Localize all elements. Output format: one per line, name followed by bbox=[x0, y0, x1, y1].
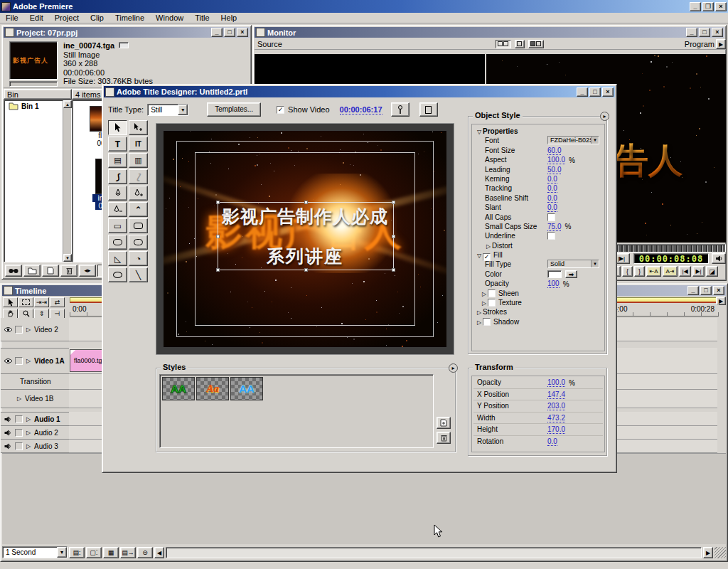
track-header-video1b[interactable]: ▷ Video 1B bbox=[1, 390, 69, 408]
program-menu-arrow-icon[interactable]: ▶ bbox=[716, 39, 726, 49]
loop-button[interactable]: ◪ bbox=[706, 266, 718, 277]
pen-tool[interactable] bbox=[108, 186, 127, 201]
shadow-collapse-icon[interactable]: ▷ bbox=[476, 319, 483, 326]
track-options-button[interactable]: ▦ bbox=[103, 547, 119, 558]
rectangle-tool[interactable]: ▭ bbox=[108, 218, 127, 233]
menu-title[interactable]: Title bbox=[189, 13, 215, 23]
selection-handle[interactable] bbox=[216, 268, 220, 272]
baseline-shift-value[interactable]: 0.0 bbox=[547, 194, 557, 203]
project-preview-thumbnail[interactable]: 影视广告人 bbox=[9, 41, 58, 80]
app-close-button[interactable]: × bbox=[715, 2, 727, 11]
track-lock-toggle[interactable] bbox=[15, 326, 23, 334]
track-header-audio2[interactable]: ▷ Audio 2 bbox=[1, 426, 69, 440]
y-position-value[interactable]: 203.0 bbox=[547, 402, 565, 410]
goto-in-button[interactable]: ⇤A bbox=[646, 266, 661, 277]
aspect-value[interactable]: 100.0 bbox=[547, 156, 565, 164]
track-header-audio3[interactable]: ▷ Audio 3 bbox=[1, 440, 69, 453]
next-frame-button[interactable]: ▶| bbox=[692, 266, 705, 277]
monitor-titlebar[interactable]: Monitor _ □ × bbox=[255, 27, 724, 38]
ripple-edit-tool[interactable]: ⇄ bbox=[50, 297, 65, 307]
transform-opacity-value[interactable]: 100.0 bbox=[547, 378, 565, 387]
arc-tool[interactable]: ◔ bbox=[129, 251, 148, 266]
track-header-video1a[interactable]: ▷ Video 1A bbox=[1, 348, 69, 374]
audio-toggle-button[interactable] bbox=[712, 253, 726, 264]
small-caps-value[interactable]: 75.0 bbox=[547, 223, 561, 231]
shift-tracks-button[interactable]: ▤→ bbox=[120, 547, 136, 558]
track-header-video2[interactable]: ▷ Video 2 bbox=[1, 318, 69, 341]
fill-type-select[interactable]: Solid▾ bbox=[547, 260, 599, 268]
style-swatch-orange[interactable]: Aa bbox=[196, 377, 229, 400]
title-text-line1[interactable]: 影视广告制作人必成 bbox=[164, 205, 446, 228]
selection-handle[interactable] bbox=[304, 268, 308, 272]
path-type-tool[interactable]: ⟆ bbox=[108, 169, 127, 184]
hand-tool[interactable] bbox=[3, 309, 18, 319]
shadow-checkbox[interactable] bbox=[483, 318, 491, 326]
delete-style-button[interactable] bbox=[437, 432, 451, 444]
area-type-tool[interactable]: ▤ bbox=[108, 153, 127, 168]
bin-tree-item[interactable]: Bin 1 bbox=[4, 100, 71, 110]
mark-in-button[interactable]: { bbox=[622, 266, 633, 277]
selection-handle[interactable] bbox=[216, 201, 220, 204]
project-minimize-button[interactable]: _ bbox=[211, 28, 223, 37]
track-output-toggle[interactable] bbox=[3, 326, 13, 334]
bin-column-header[interactable]: Bin bbox=[4, 89, 72, 100]
add-anchor-tool[interactable] bbox=[129, 186, 148, 201]
menu-window[interactable]: Window bbox=[150, 13, 189, 23]
wedge-tool[interactable]: ◺ bbox=[108, 251, 127, 266]
title-canvas[interactable]: 影视广告人 影视广告制作人必成 系列讲座 bbox=[164, 131, 446, 347]
track-audio-toggle[interactable] bbox=[3, 429, 13, 437]
font-select[interactable]: FZDaHei-B02S▾ bbox=[547, 136, 599, 144]
underline-checkbox[interactable] bbox=[547, 232, 555, 240]
title-type-select[interactable]: Still ▾ bbox=[147, 104, 188, 116]
monitor-minimize-button[interactable]: _ bbox=[686, 28, 697, 37]
track-audio-toggle[interactable] bbox=[3, 415, 13, 423]
texture-collapse-icon[interactable]: ▷ bbox=[481, 300, 488, 307]
selection-tool[interactable] bbox=[108, 120, 127, 135]
delete-item-button[interactable] bbox=[60, 265, 77, 277]
designer-close-button[interactable]: × bbox=[602, 87, 614, 97]
selection-handle[interactable] bbox=[392, 268, 395, 272]
hscroll-right-icon[interactable]: ▶ bbox=[703, 547, 713, 558]
rotation-tool[interactable] bbox=[129, 120, 148, 135]
timeline-close-button[interactable]: × bbox=[713, 286, 724, 295]
track-expand-icon[interactable]: ▷ bbox=[16, 395, 23, 402]
app-restore-button[interactable]: ❐ bbox=[702, 2, 714, 11]
ellipse-tool[interactable] bbox=[108, 267, 127, 282]
kerning-value[interactable]: 0.0 bbox=[547, 175, 557, 184]
resize-bin-area-button[interactable]: ◂▸ bbox=[79, 265, 96, 277]
object-style-menu-icon[interactable]: ▸ bbox=[600, 112, 609, 121]
sheen-collapse-icon[interactable]: ▷ bbox=[481, 291, 488, 297]
sync-to-timeline-button[interactable] bbox=[391, 102, 410, 117]
texture-checkbox[interactable] bbox=[488, 299, 496, 307]
menu-edit[interactable]: Edit bbox=[24, 13, 49, 23]
designer-maximize-button[interactable]: □ bbox=[589, 87, 601, 97]
timeline-hscrollbar[interactable] bbox=[166, 547, 702, 558]
menu-timeline[interactable]: Timeline bbox=[109, 13, 150, 23]
leading-value[interactable]: 50.0 bbox=[547, 166, 561, 174]
program-timecode[interactable]: 00:00:08:08 bbox=[633, 253, 709, 264]
fill-color-swatch[interactable] bbox=[547, 270, 562, 278]
roll-crawl-options-button[interactable] bbox=[419, 102, 438, 117]
timeline-zoom-select[interactable]: 1 Second ▾ bbox=[2, 546, 68, 558]
convert-anchor-tool[interactable]: ⌃ bbox=[129, 202, 148, 217]
scroll-up-icon[interactable]: ▲ bbox=[63, 100, 72, 108]
track-expand-icon[interactable]: ▷ bbox=[25, 358, 32, 364]
single-view-button[interactable] bbox=[515, 40, 525, 48]
track-format-button[interactable]: ▤: bbox=[69, 547, 85, 558]
x-position-value[interactable]: 147.4 bbox=[547, 390, 565, 399]
project-close-button[interactable]: × bbox=[237, 28, 248, 37]
font-dropdown-icon[interactable]: ▾ bbox=[591, 137, 599, 144]
project-titlebar[interactable]: Project: 07pr.ppj _ □ × bbox=[4, 27, 250, 38]
zoom-tool[interactable] bbox=[18, 309, 33, 319]
sync-mode-button[interactable]: ⊜ bbox=[137, 547, 153, 558]
styles-menu-icon[interactable]: ▸ bbox=[449, 363, 458, 373]
fade-adjust-tool[interactable]: ⇕ bbox=[34, 309, 49, 319]
edge-trim-tool[interactable]: ⊣ bbox=[50, 309, 65, 319]
track-audio-toggle[interactable] bbox=[3, 442, 13, 450]
track-select-tool[interactable]: ⇥⇥ bbox=[34, 297, 49, 307]
track-expand-icon[interactable]: ▷ bbox=[25, 416, 32, 422]
style-swatch-blue[interactable]: AA bbox=[230, 377, 263, 400]
title-text-line2[interactable]: 系列讲座 bbox=[164, 245, 446, 268]
app-minimize-button[interactable]: _ bbox=[690, 2, 701, 11]
timeline-minimize-button[interactable]: _ bbox=[687, 286, 699, 295]
